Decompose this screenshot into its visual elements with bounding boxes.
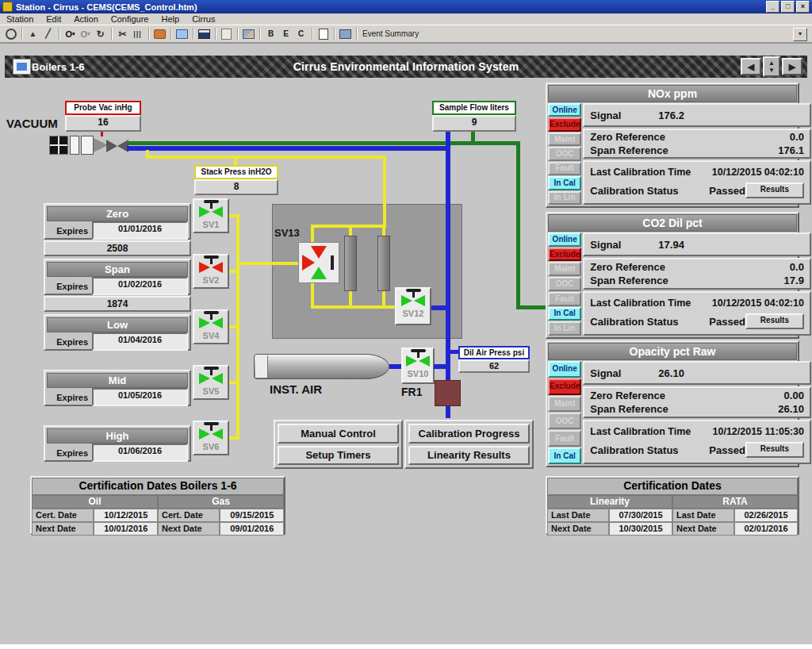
zoom-select-icon[interactable]: O▾	[63, 27, 77, 40]
alarm-bell-icon[interactable]: ▲	[26, 27, 40, 40]
zoom-select-2-icon[interactable]: O▾	[79, 27, 92, 40]
window-view-icon[interactable]	[197, 27, 211, 40]
monitor-icon[interactable]	[175, 27, 189, 40]
last-cal-value: 10/12/2015 04:02:10	[712, 167, 804, 178]
clipboard-icon[interactable]	[220, 27, 233, 40]
power-icon[interactable]	[4, 27, 17, 40]
pipe-sv13-top-stub	[311, 228, 314, 244]
valve-open-icon	[198, 428, 224, 441]
flag-incal[interactable]: In Cal	[548, 307, 581, 321]
flag-fault[interactable]: Fault	[548, 162, 581, 175]
flag-incal[interactable]: In Cal	[548, 447, 581, 464]
flag-exclude[interactable]: Exclude	[548, 248, 581, 262]
acknowledge-hand-icon[interactable]	[153, 27, 167, 40]
valve-closed-icon	[198, 261, 224, 275]
nav-up-down-button[interactable]: ▲ ▼	[763, 56, 780, 77]
calibration-progress-button[interactable]: Calibration Progress	[408, 424, 530, 444]
analyzer-title: Opacity pct Raw	[548, 343, 797, 360]
window-titlebar: Station - Cirrus - CEMS(CEMS_Control.htm…	[0, 0, 812, 13]
menu-station[interactable]: Station	[0, 14, 40, 24]
linearity-results-button[interactable]: Linearity Results	[408, 446, 530, 466]
flag-ooc[interactable]: OOC	[548, 413, 581, 429]
pipe-sv6-stub	[228, 436, 238, 440]
nav-back-button[interactable]: ◀	[741, 58, 761, 75]
signal-box: Signal17.94	[583, 232, 811, 256]
print-icon[interactable]	[339, 27, 352, 40]
flag-exclude[interactable]: Exclude	[548, 378, 581, 395]
menu-help[interactable]: Help	[155, 14, 186, 24]
menu-edit[interactable]: Edit	[40, 14, 67, 24]
flag-ooc[interactable]: OOC	[548, 147, 581, 160]
valve-sv12[interactable]: SV12	[395, 287, 431, 325]
flag-online[interactable]: Online	[548, 361, 581, 378]
toolbar-separator	[259, 28, 260, 40]
flag-ooc[interactable]: OOC	[548, 277, 581, 291]
flag-inlin[interactable]: In Lin	[548, 191, 581, 205]
app-icon	[2, 2, 13, 12]
flag-maint[interactable]: Maint	[548, 396, 581, 413]
flag-online[interactable]: Online	[548, 232, 581, 247]
cert-cell-label: Last Date	[547, 509, 609, 522]
menu-cirrus[interactable]: Cirrus	[186, 14, 221, 24]
results-button[interactable]: Results	[745, 313, 804, 329]
zero-ref-value: 0.00	[784, 390, 804, 401]
table-row: Last Date 07/30/2015 Last Date 02/26/201…	[547, 509, 798, 522]
menu-configure[interactable]: Configure	[105, 14, 155, 24]
valve-sv6[interactable]: SV6	[193, 421, 229, 455]
maximize-button[interactable]: □	[781, 1, 795, 13]
letter-b-icon[interactable]: B	[264, 27, 278, 40]
pipe-green-main-h	[127, 141, 520, 145]
standard-panel-high: High Expires01/06/2016	[44, 425, 191, 462]
valve-sv2[interactable]: SV2	[193, 254, 229, 289]
event-summary-button[interactable]: Event Summary	[360, 29, 421, 38]
valve-label: SV5	[203, 386, 220, 396]
setup-timers-button[interactable]: Setup Timers	[278, 446, 399, 466]
sample-flow-value: 9	[432, 115, 516, 132]
zero-ref-label: Zero Reference	[590, 131, 665, 143]
hmi-screen: Station - Cirrus - CEMS(CEMS_Control.htm…	[0, 0, 812, 649]
valve-sv5[interactable]: SV5	[193, 365, 229, 400]
flag-maint[interactable]: Maint	[548, 132, 581, 146]
reference-box: Zero Reference0.0 Span Reference176.1	[583, 129, 811, 159]
columns-icon[interactable]: |||	[131, 27, 144, 40]
valve-label: SV1	[203, 220, 220, 229]
flag-fault[interactable]: Fault	[548, 292, 581, 306]
signal-box: Signal176.2	[583, 103, 811, 127]
scissors-icon[interactable]: ✂	[116, 27, 129, 40]
standard-name: Low	[47, 317, 188, 332]
nav-forward-button[interactable]: ▶	[782, 58, 802, 75]
results-button[interactable]: Results	[745, 182, 804, 198]
flag-inlin[interactable]: In Lin	[548, 321, 581, 336]
toolbar-separator	[237, 28, 238, 40]
close-button[interactable]: ×	[796, 1, 810, 13]
valve-sv1[interactable]: SV1	[193, 198, 229, 233]
valve-sv4[interactable]: SV4	[193, 309, 229, 344]
flag-exclude[interactable]: Exclude	[548, 117, 581, 131]
standard-name: High	[47, 428, 188, 444]
image-icon[interactable]	[242, 27, 255, 40]
valve-open-icon	[198, 205, 224, 219]
signal-box: Signal26.10	[583, 361, 811, 385]
frame-icon[interactable]	[316, 27, 330, 40]
sv13-label: SV13	[274, 227, 300, 239]
flag-fault[interactable]: Fault	[548, 430, 581, 447]
cert-group-rata: RATA	[672, 495, 798, 509]
flag-maint[interactable]: Maint	[548, 262, 581, 276]
flag-incal[interactable]: In Cal	[548, 176, 581, 190]
menu-action[interactable]: Action	[67, 14, 105, 24]
edit-signature-icon[interactable]: ╱	[41, 27, 55, 40]
valve-sv10[interactable]: SV10	[401, 348, 435, 384]
toolbar-overflow-button[interactable]: ▾	[793, 28, 807, 41]
letter-c-icon[interactable]: C	[294, 27, 308, 40]
refresh-icon[interactable]: ↻	[94, 27, 107, 40]
valve-sv13[interactable]	[298, 242, 339, 283]
results-button[interactable]: Results	[745, 442, 804, 458]
letter-e-icon[interactable]: E	[279, 27, 293, 40]
cert-table-boilers: Certification Dates Boilers 1-6 Oil Gas …	[30, 476, 285, 535]
manual-control-button[interactable]: Manual Control	[278, 424, 399, 444]
minimize-button[interactable]: _	[766, 1, 779, 13]
table-row: Cert. Date 10/12/2015 Cert. Date 09/15/2…	[32, 509, 284, 522]
cal-status-value: Passed	[709, 316, 745, 328]
flag-online[interactable]: Online	[548, 103, 581, 117]
analyzer-panel-opacity: Opacity pct Raw Online Exclude Maint OOC…	[546, 340, 799, 467]
